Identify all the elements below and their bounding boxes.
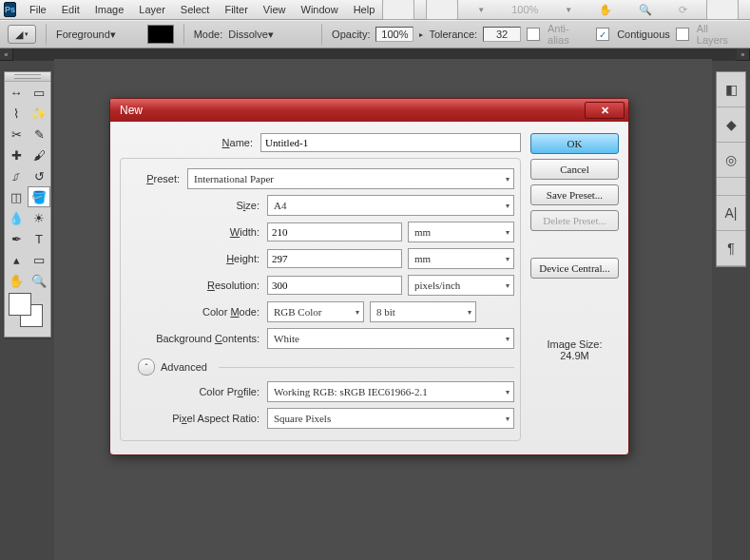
extras-button[interactable] (426, 0, 458, 20)
profile-label: Color Profile: (126, 386, 267, 397)
panel-slot-4[interactable]: A| (717, 196, 745, 231)
alllayers-checkbox[interactable] (676, 28, 689, 41)
zoom-tool[interactable]: 🔍 (28, 270, 50, 291)
size-label: Size: (126, 200, 267, 211)
toolbox-grip[interactable] (5, 72, 50, 82)
profile-select[interactable]: Working RGB: sRGB IEC61966-2.1▾ (267, 381, 514, 402)
menu-help[interactable]: Help (346, 1, 383, 18)
marquee-tool[interactable]: ▭ (28, 82, 50, 103)
bucket-tool[interactable]: 🪣 (28, 186, 50, 207)
tool-preset-button[interactable]: ◢▾ (8, 25, 36, 44)
hand-tool[interactable]: ✋ (5, 270, 28, 291)
bitdepth-select[interactable]: 8 bit▾ (370, 301, 476, 322)
fill-source-select[interactable]: Foreground▾ (56, 29, 142, 41)
menu-filter[interactable]: Filter (217, 1, 255, 18)
shape-tool[interactable]: ▭ (28, 249, 50, 270)
fill-swatch[interactable] (147, 25, 174, 44)
move-tool[interactable]: ↔ (5, 82, 28, 103)
zoom-icon[interactable]: 🔍 (631, 1, 660, 19)
panel-slot-2[interactable]: ◆ (717, 107, 745, 143)
dialog-titlebar[interactable]: New ✕ (110, 99, 628, 122)
wand-tool[interactable]: ✨ (28, 103, 50, 124)
menu-layer[interactable]: Layer (131, 1, 173, 18)
image-size-value: 24.9M (530, 350, 619, 361)
pen-tool[interactable]: ✒ (5, 228, 28, 249)
opacity-input[interactable]: 100% (375, 27, 413, 42)
mode-label: Mode: (194, 29, 223, 40)
advanced-toggle[interactable]: ˆ (138, 358, 155, 376)
contiguous-label: Contiguous (617, 29, 670, 40)
eraser-tool[interactable]: ◫ (5, 186, 28, 207)
height-input[interactable] (267, 249, 402, 268)
preset-select[interactable]: International Paper▾ (187, 168, 514, 189)
panel-slot-5[interactable]: ¶ (717, 231, 745, 266)
history-brush-tool[interactable]: ↺ (28, 165, 50, 186)
height-unit-select[interactable]: mm▾ (408, 248, 514, 269)
new-document-dialog: New ✕ Name: Preset: International Paper▾… (109, 98, 629, 455)
tolerance-label: Tolerance: (429, 29, 477, 40)
width-label: Width: (126, 226, 267, 238)
bgcontents-select[interactable]: White▾ (267, 328, 514, 349)
hand-icon[interactable]: ✋ (591, 1, 620, 19)
eyedropper-tool[interactable]: ✎ (28, 124, 50, 145)
antialias-checkbox[interactable] (527, 28, 540, 41)
lasso-tool[interactable]: ⌇ (5, 103, 28, 124)
menu-view[interactable]: View (256, 1, 294, 18)
colormode-select[interactable]: RGB Color▾ (267, 301, 364, 322)
zoom-level[interactable]: 100% (504, 1, 546, 18)
cancel-button[interactable]: Cancel (530, 159, 619, 180)
save-preset-button[interactable]: Save Preset... (530, 184, 619, 205)
stamp-tool[interactable]: ⎎ (5, 165, 28, 186)
brush-tool[interactable]: 🖌 (28, 145, 50, 165)
panel-slot-3[interactable]: ◎ (717, 143, 745, 178)
menu-image[interactable]: Image (87, 1, 132, 18)
resolution-label: Resolution: (126, 280, 267, 291)
color-swatches[interactable] (5, 291, 50, 337)
menu-file[interactable]: File (22, 1, 54, 18)
collapse-right[interactable]: » (737, 48, 750, 61)
collapse-left[interactable]: « (0, 48, 13, 61)
par-select[interactable]: Square Pixels▾ (267, 408, 514, 429)
menu-window[interactable]: Window (294, 1, 346, 18)
dodge-tool[interactable]: ☀ (28, 207, 50, 228)
width-input[interactable] (267, 222, 402, 241)
resolution-unit-select[interactable]: pixels/inch▾ (408, 275, 514, 296)
bgcontents-label: Background Contents: (126, 333, 267, 344)
image-size-label: Image Size: (530, 338, 619, 350)
close-button[interactable]: ✕ (585, 102, 625, 119)
blur-tool[interactable]: 💧 (5, 207, 28, 228)
app-icon: Ps (4, 2, 16, 17)
menu-edit[interactable]: Edit (54, 1, 87, 18)
arrange-button[interactable] (706, 0, 739, 20)
preset-label: Preset: (126, 173, 187, 184)
foreground-swatch[interactable] (9, 293, 31, 316)
options-bar: ◢▾ Foreground▾ Mode: Dissolve▾ Opacity: … (0, 20, 750, 48)
alllayers-label: All Layers (697, 23, 742, 46)
advanced-label: Advanced (161, 361, 207, 373)
tolerance-input[interactable]: 32 (483, 27, 521, 42)
bridge-button[interactable] (382, 0, 414, 20)
rotate-icon[interactable]: ⟳ (671, 1, 695, 19)
heal-tool[interactable]: ✚ (5, 145, 28, 165)
antialias-label: Anti-alias (548, 23, 590, 46)
menu-select[interactable]: Select (173, 1, 218, 18)
size-select[interactable]: A4▾ (267, 195, 514, 216)
dialog-title: New (120, 104, 143, 117)
contiguous-checkbox[interactable]: ✓ (596, 28, 609, 41)
colormode-label: Color Mode: (126, 306, 267, 318)
device-central-button[interactable]: Device Central... (530, 258, 619, 279)
type-tool[interactable]: T (28, 228, 50, 249)
panel-slot-1[interactable]: ◧ (717, 72, 745, 107)
name-input[interactable] (260, 133, 521, 152)
delete-preset-button: Delete Preset... (530, 210, 619, 231)
toolbox: ↔ ▭ ⌇ ✨ ✂ ✎ ✚ 🖌 ⎎ ↺ ◫ 🪣 💧 ☀ ✒ T ▴ ▭ ✋ 🔍 (4, 71, 51, 338)
crop-tool[interactable]: ✂ (5, 124, 28, 145)
opacity-label: Opacity: (332, 29, 370, 40)
resolution-input[interactable] (267, 276, 402, 295)
ok-button[interactable]: OK (530, 133, 619, 154)
height-label: Height: (126, 253, 267, 264)
path-select-tool[interactable]: ▴ (5, 249, 28, 270)
par-label: Pixel Aspect Ratio: (126, 413, 267, 424)
blend-mode-select[interactable]: Dissolve▾ (228, 29, 312, 41)
width-unit-select[interactable]: mm▾ (408, 222, 514, 242)
